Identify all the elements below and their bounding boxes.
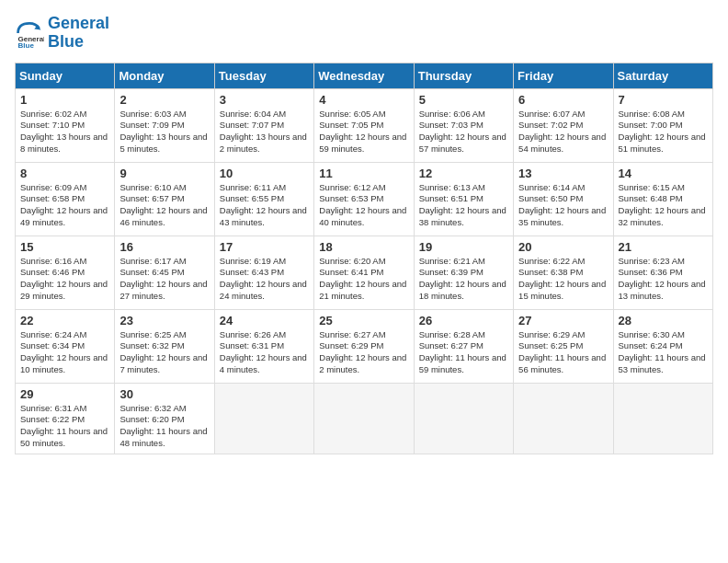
day-info: Sunrise: 6:04 AM Sunset: 7:07 PM Dayligh… (220, 109, 309, 155)
day-info: Sunrise: 6:32 AM Sunset: 6:20 PM Dayligh… (119, 403, 209, 450)
day-number: 1 (20, 93, 109, 107)
day-number: 27 (518, 314, 608, 327)
calendar-header-cell: Monday (115, 63, 214, 88)
calendar-day-cell: 26 Sunrise: 6:28 AM Sunset: 6:27 PM Dayl… (414, 309, 513, 383)
calendar-header-cell: Sunday (16, 63, 115, 88)
page-header: General Blue GeneralBlue (15, 15, 713, 52)
day-number: 15 (20, 240, 109, 254)
calendar-day-cell: 13 Sunrise: 6:14 AM Sunset: 6:50 PM Dayl… (514, 162, 613, 236)
day-number: 4 (319, 93, 408, 107)
day-number: 23 (119, 314, 209, 327)
calendar-table: SundayMondayTuesdayWednesdayThursdayFrid… (15, 63, 713, 454)
day-number: 18 (319, 240, 408, 254)
day-info: Sunrise: 6:16 AM Sunset: 6:46 PM Dayligh… (20, 256, 109, 303)
calendar-day-cell: 6 Sunrise: 6:07 AM Sunset: 7:02 PM Dayli… (514, 88, 613, 162)
calendar-day-cell: 9 Sunrise: 6:10 AM Sunset: 6:57 PM Dayli… (115, 162, 214, 236)
day-info: Sunrise: 6:14 AM Sunset: 6:50 PM Dayligh… (518, 182, 608, 229)
calendar-body: 1 Sunrise: 6:02 AM Sunset: 7:10 PM Dayli… (16, 88, 713, 454)
calendar-day-cell: 17 Sunrise: 6:19 AM Sunset: 6:43 PM Dayl… (214, 236, 313, 309)
logo-name: GeneralBlue (48, 15, 109, 52)
day-number: 9 (119, 167, 209, 180)
calendar-day-cell (314, 383, 414, 454)
day-number: 6 (518, 93, 608, 107)
day-info: Sunrise: 6:03 AM Sunset: 7:09 PM Dayligh… (119, 109, 209, 155)
calendar-day-cell (214, 383, 313, 454)
day-number: 10 (220, 167, 309, 180)
day-number: 30 (119, 387, 209, 401)
calendar-day-cell (514, 383, 613, 454)
day-info: Sunrise: 6:22 AM Sunset: 6:38 PM Dayligh… (518, 256, 608, 303)
day-number: 21 (619, 240, 708, 254)
calendar-day-cell: 23 Sunrise: 6:25 AM Sunset: 6:32 PM Dayl… (115, 309, 214, 383)
day-info: Sunrise: 6:24 AM Sunset: 6:34 PM Dayligh… (20, 329, 109, 376)
day-number: 5 (419, 93, 508, 107)
calendar-day-cell: 20 Sunrise: 6:22 AM Sunset: 6:38 PM Dayl… (514, 236, 613, 309)
calendar-week-row: 15 Sunrise: 6:16 AM Sunset: 6:46 PM Dayl… (16, 236, 713, 309)
calendar-week-row: 29 Sunrise: 6:31 AM Sunset: 6:22 PM Dayl… (16, 383, 713, 454)
calendar-day-cell (613, 383, 712, 454)
calendar-day-cell: 11 Sunrise: 6:12 AM Sunset: 6:53 PM Dayl… (314, 162, 414, 236)
calendar-day-cell: 22 Sunrise: 6:24 AM Sunset: 6:34 PM Dayl… (16, 309, 115, 383)
calendar-day-cell (414, 383, 513, 454)
day-info: Sunrise: 6:12 AM Sunset: 6:53 PM Dayligh… (319, 182, 408, 229)
calendar-day-cell: 12 Sunrise: 6:13 AM Sunset: 6:51 PM Dayl… (414, 162, 513, 236)
calendar-day-cell: 30 Sunrise: 6:32 AM Sunset: 6:20 PM Dayl… (115, 383, 214, 454)
day-info: Sunrise: 6:27 AM Sunset: 6:29 PM Dayligh… (319, 329, 408, 376)
day-number: 25 (319, 314, 408, 327)
day-info: Sunrise: 6:13 AM Sunset: 6:51 PM Dayligh… (419, 182, 508, 229)
calendar-day-cell: 14 Sunrise: 6:15 AM Sunset: 6:48 PM Dayl… (613, 162, 712, 236)
calendar-day-cell: 3 Sunrise: 6:04 AM Sunset: 7:07 PM Dayli… (214, 88, 313, 162)
day-info: Sunrise: 6:02 AM Sunset: 7:10 PM Dayligh… (20, 109, 109, 155)
day-info: Sunrise: 6:26 AM Sunset: 6:31 PM Dayligh… (220, 329, 309, 376)
day-number: 22 (20, 314, 109, 327)
day-number: 16 (119, 240, 209, 254)
day-number: 7 (619, 93, 708, 107)
calendar-header-cell: Tuesday (214, 63, 313, 88)
calendar-day-cell: 10 Sunrise: 6:11 AM Sunset: 6:55 PM Dayl… (214, 162, 313, 236)
calendar-day-cell: 24 Sunrise: 6:26 AM Sunset: 6:31 PM Dayl… (214, 309, 313, 383)
calendar-header-cell: Wednesday (314, 63, 414, 88)
calendar-header-cell: Thursday (414, 63, 513, 88)
day-number: 29 (20, 387, 109, 401)
day-info: Sunrise: 6:10 AM Sunset: 6:57 PM Dayligh… (119, 182, 209, 229)
calendar-day-cell: 16 Sunrise: 6:17 AM Sunset: 6:45 PM Dayl… (115, 236, 214, 309)
day-info: Sunrise: 6:15 AM Sunset: 6:48 PM Dayligh… (619, 182, 708, 229)
calendar-week-row: 8 Sunrise: 6:09 AM Sunset: 6:58 PM Dayli… (16, 162, 713, 236)
logo: General Blue GeneralBlue (15, 15, 109, 52)
calendar-day-cell: 7 Sunrise: 6:08 AM Sunset: 7:00 PM Dayli… (613, 88, 712, 162)
day-number: 13 (518, 167, 608, 180)
svg-text:Blue: Blue (18, 41, 35, 48)
calendar-header-cell: Friday (514, 63, 613, 88)
day-info: Sunrise: 6:21 AM Sunset: 6:39 PM Dayligh… (419, 256, 508, 303)
day-info: Sunrise: 6:28 AM Sunset: 6:27 PM Dayligh… (419, 329, 508, 376)
day-number: 24 (220, 314, 309, 327)
day-number: 14 (619, 167, 708, 180)
day-info: Sunrise: 6:11 AM Sunset: 6:55 PM Dayligh… (220, 182, 309, 229)
day-info: Sunrise: 6:20 AM Sunset: 6:41 PM Dayligh… (319, 256, 408, 303)
day-info: Sunrise: 6:05 AM Sunset: 7:05 PM Dayligh… (319, 109, 408, 155)
day-number: 8 (20, 167, 109, 180)
day-info: Sunrise: 6:06 AM Sunset: 7:03 PM Dayligh… (419, 109, 508, 155)
day-number: 12 (419, 167, 508, 180)
day-number: 11 (319, 167, 408, 180)
logo-icon: General Blue (15, 18, 44, 48)
day-number: 20 (518, 240, 608, 254)
day-info: Sunrise: 6:07 AM Sunset: 7:02 PM Dayligh… (518, 109, 608, 155)
calendar-day-cell: 29 Sunrise: 6:31 AM Sunset: 6:22 PM Dayl… (16, 383, 115, 454)
day-number: 2 (119, 93, 209, 107)
calendar-day-cell: 5 Sunrise: 6:06 AM Sunset: 7:03 PM Dayli… (414, 88, 513, 162)
calendar-day-cell: 8 Sunrise: 6:09 AM Sunset: 6:58 PM Dayli… (16, 162, 115, 236)
day-info: Sunrise: 6:31 AM Sunset: 6:22 PM Dayligh… (20, 403, 109, 450)
calendar-day-cell: 27 Sunrise: 6:29 AM Sunset: 6:25 PM Dayl… (514, 309, 613, 383)
day-info: Sunrise: 6:19 AM Sunset: 6:43 PM Dayligh… (220, 256, 309, 303)
calendar-day-cell: 28 Sunrise: 6:30 AM Sunset: 6:24 PM Dayl… (613, 309, 712, 383)
day-info: Sunrise: 6:08 AM Sunset: 7:00 PM Dayligh… (619, 109, 708, 155)
calendar-week-row: 1 Sunrise: 6:02 AM Sunset: 7:10 PM Dayli… (16, 88, 713, 162)
calendar-day-cell: 1 Sunrise: 6:02 AM Sunset: 7:10 PM Dayli… (16, 88, 115, 162)
day-info: Sunrise: 6:30 AM Sunset: 6:24 PM Dayligh… (619, 329, 708, 376)
day-info: Sunrise: 6:09 AM Sunset: 6:58 PM Dayligh… (20, 182, 109, 229)
calendar-day-cell: 21 Sunrise: 6:23 AM Sunset: 6:36 PM Dayl… (613, 236, 712, 309)
day-number: 19 (419, 240, 508, 254)
calendar-day-cell: 25 Sunrise: 6:27 AM Sunset: 6:29 PM Dayl… (314, 309, 414, 383)
day-info: Sunrise: 6:23 AM Sunset: 6:36 PM Dayligh… (619, 256, 708, 303)
